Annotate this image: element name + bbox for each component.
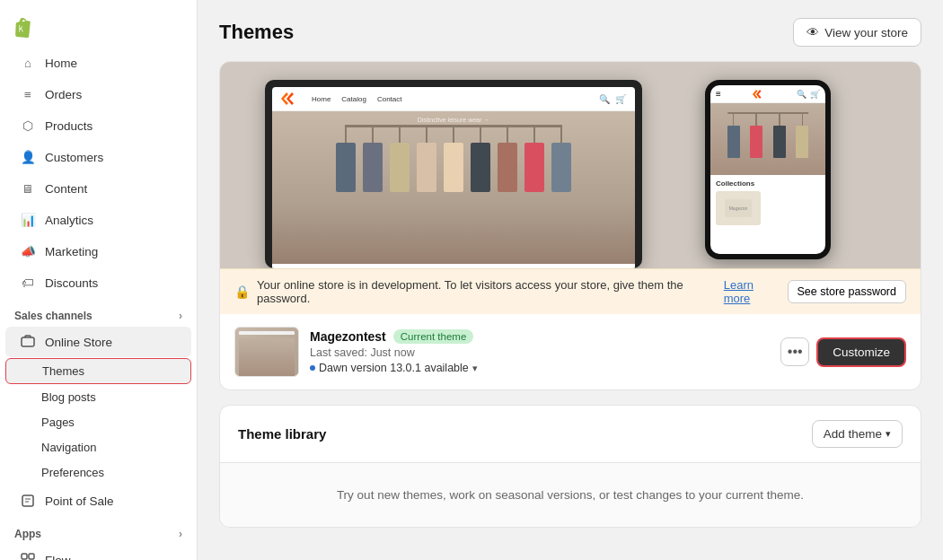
content-icon: 🖥 xyxy=(20,180,36,197)
sidebar-item-products-label: Products xyxy=(45,119,93,133)
sidebar-sub-item-themes-label: Themes xyxy=(42,364,84,378)
flow-icon xyxy=(20,552,36,560)
sales-channels-title: Sales channels › xyxy=(0,299,197,326)
view-store-label: View your store xyxy=(824,26,908,39)
sidebar-sub-item-pages-label: Pages xyxy=(41,416,75,429)
add-theme-button[interactable]: Add theme ▾ xyxy=(812,420,903,448)
theme-library-empty-message: Try out new themes, work on seasonal ver… xyxy=(337,488,804,502)
sidebar-item-orders[interactable]: ≡ Orders xyxy=(5,79,191,109)
sidebar-item-home-label: Home xyxy=(45,57,77,70)
theme-saved-time: Last saved: Just now xyxy=(310,346,770,359)
home-icon: ⌂ xyxy=(20,55,36,71)
add-theme-chevron-icon: ▾ xyxy=(886,428,891,440)
sidebar-sub-item-themes[interactable]: Themes xyxy=(5,358,191,384)
theme-info: Magezontest Current theme Last saved: Ju… xyxy=(310,329,770,374)
theme-name-row: Magezontest Current theme xyxy=(310,329,770,344)
apps-title: Apps › xyxy=(0,517,197,544)
svg-rect-3 xyxy=(29,554,34,559)
orders-icon: ≡ xyxy=(20,86,36,102)
sidebar-sub-item-preferences[interactable]: Preferences xyxy=(5,460,191,485)
svg-rect-1 xyxy=(22,495,33,506)
theme-actions: ••• Customize xyxy=(780,337,906,367)
desktop-mockup: Home Catalog Contact 🔍🛒 xyxy=(265,80,642,268)
sidebar-item-analytics[interactable]: 📊 Analytics xyxy=(5,205,191,235)
theme-library-body: Try out new themes, work on seasonal ver… xyxy=(220,462,921,527)
discounts-icon: 🏷 xyxy=(20,275,36,291)
sidebar-item-products[interactable]: ⬡ Products xyxy=(5,110,191,141)
pos-icon xyxy=(20,493,36,509)
alert-message: Your online store is in development. To … xyxy=(257,278,713,305)
online-store-icon xyxy=(20,334,36,350)
theme-card: Home Catalog Contact 🔍🛒 xyxy=(219,61,921,390)
page-title: Themes xyxy=(219,21,294,44)
sidebar-item-flow[interactable]: Flow xyxy=(5,545,191,560)
products-icon: ⬡ xyxy=(20,118,36,134)
desktop-hero: Distinctive leisure wear → xyxy=(272,111,635,264)
sidebar-item-discounts-label: Discounts xyxy=(45,276,98,290)
version-dot-icon xyxy=(310,365,315,371)
analytics-icon: 📊 xyxy=(20,212,36,228)
sidebar-sub-item-pages[interactable]: Pages xyxy=(5,410,191,434)
theme-library-title: Theme library xyxy=(238,426,326,442)
theme-thumbnail xyxy=(234,327,299,377)
version-chevron-icon: ▾ xyxy=(472,363,478,374)
sidebar-item-online-store-label: Online Store xyxy=(45,336,112,349)
view-store-button[interactable]: 👁 View your store xyxy=(793,18,921,47)
theme-version-row[interactable]: Dawn version 13.0.1 available ▾ xyxy=(310,362,770,374)
sidebar-item-flow-label: Flow xyxy=(45,554,71,561)
theme-library-card: Theme library Add theme ▾ Try out new th… xyxy=(219,405,921,528)
theme-preview: Home Catalog Contact 🔍🛒 xyxy=(220,62,921,268)
sidebar-item-customers-label: Customers xyxy=(45,151,103,164)
sidebar-item-online-store[interactable]: Online Store xyxy=(5,327,191,357)
sidebar-item-orders-label: Orders xyxy=(45,88,82,101)
theme-name: Magezontest xyxy=(310,329,386,344)
theme-version-label: Dawn version 13.0.1 available xyxy=(319,362,469,374)
sidebar-item-content-label: Content xyxy=(45,182,87,196)
lock-icon: 🔒 xyxy=(234,284,250,299)
sidebar-item-customers[interactable]: 👤 Customers xyxy=(5,142,191,172)
svg-rect-0 xyxy=(22,337,34,346)
sidebar-sub-item-navigation[interactable]: Navigation xyxy=(5,435,191,459)
sidebar-item-marketing-label: Marketing xyxy=(45,245,98,258)
mobile-mockup: ≡ 🔍🛒 xyxy=(705,80,831,259)
sales-channels-chevron-icon: › xyxy=(179,310,182,322)
current-theme-badge: Current theme xyxy=(393,329,474,344)
sidebar-item-home[interactable]: ⌂ Home xyxy=(5,48,191,78)
theme-library-header: Theme library Add theme ▾ xyxy=(220,406,921,462)
main-content: Themes 👁 View your store Ho xyxy=(198,0,943,560)
eye-icon: 👁 xyxy=(806,25,819,39)
sidebar-item-analytics-label: Analytics xyxy=(45,214,93,227)
add-theme-label: Add theme xyxy=(824,427,882,441)
sidebar-item-pos-label: Point of Sale xyxy=(45,494,114,508)
sidebar-item-marketing[interactable]: 📣 Marketing xyxy=(5,236,191,267)
more-options-button[interactable]: ••• xyxy=(780,337,809,366)
sidebar-item-discounts[interactable]: 🏷 Discounts xyxy=(5,267,191,298)
customize-button[interactable]: Customize xyxy=(816,337,906,367)
learn-more-link[interactable]: Learn more xyxy=(724,278,780,305)
sidebar-sub-item-navigation-label: Navigation xyxy=(41,441,96,454)
shopify-logo-icon xyxy=(14,18,36,39)
marketing-icon: 📣 xyxy=(20,243,36,259)
apps-chevron-icon: › xyxy=(179,528,182,540)
sidebar-item-pos[interactable]: Point of Sale xyxy=(5,486,191,516)
customers-icon: 👤 xyxy=(20,149,36,165)
mobile-nav-logo-icon xyxy=(753,90,765,99)
svg-rect-2 xyxy=(22,554,27,559)
sidebar-sub-item-blog-posts[interactable]: Blog posts xyxy=(5,385,191,409)
alert-bar: 🔒 Your online store is in development. T… xyxy=(220,268,921,314)
see-store-password-button[interactable]: See store password xyxy=(788,280,906,303)
sidebar-sub-item-blog-posts-label: Blog posts xyxy=(41,390,96,404)
sidebar-item-content[interactable]: 🖥 Content xyxy=(5,173,191,204)
sidebar: ⌂ Home ≡ Orders ⬡ Products 👤 Customers 🖥… xyxy=(0,0,198,560)
nav-logo-icon xyxy=(281,92,297,105)
sidebar-sub-item-preferences-label: Preferences xyxy=(41,466,104,479)
current-theme-row: Magezontest Current theme Last saved: Ju… xyxy=(220,314,921,389)
page-header: Themes 👁 View your store xyxy=(219,18,921,47)
